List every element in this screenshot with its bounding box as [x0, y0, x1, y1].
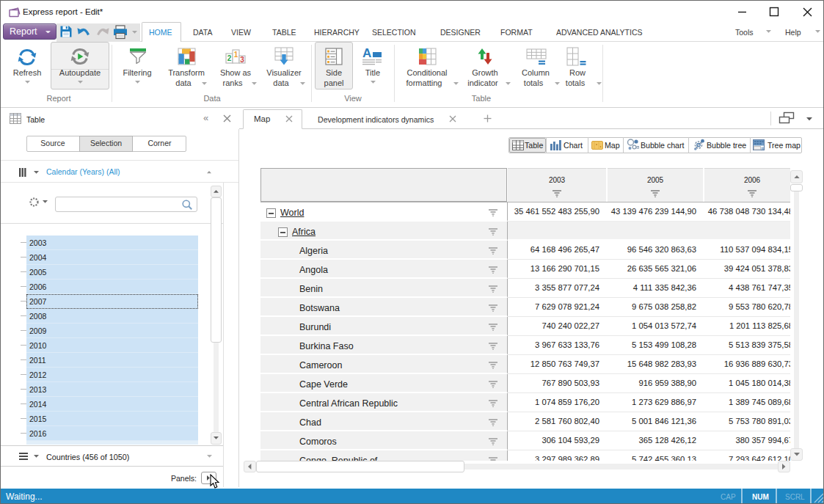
svg-text:3: 3	[240, 56, 244, 64]
svg-text:1: 1	[234, 51, 238, 59]
svg-text:2: 2	[227, 54, 232, 62]
svg-text:A: A	[362, 46, 371, 60]
